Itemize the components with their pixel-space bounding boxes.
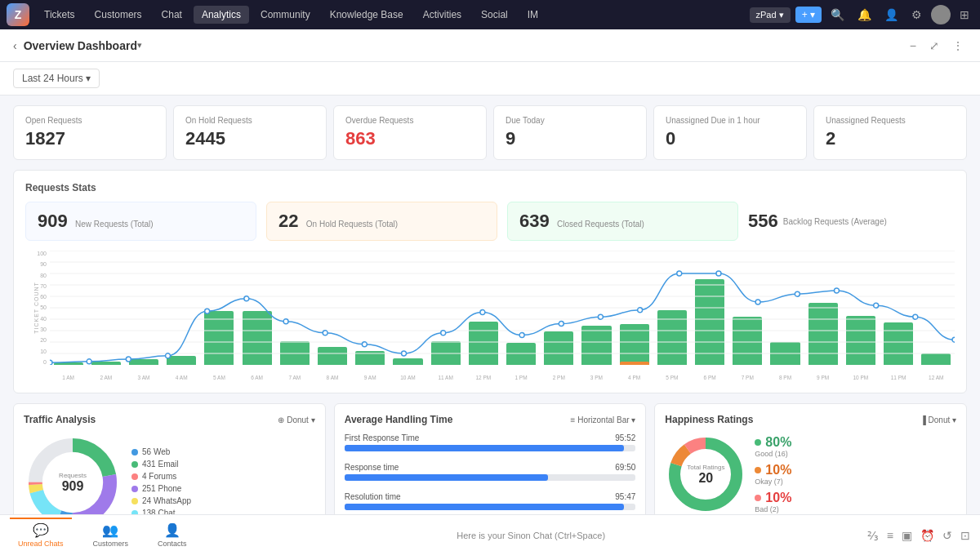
date-filter-button[interactable]: Last 24 Hours ▾ — [13, 69, 100, 88]
line-dot-7 — [323, 331, 327, 335]
nav-knowledge-base[interactable]: Knowledge Base — [322, 6, 412, 24]
nav-tickets[interactable]: Tickets — [36, 6, 83, 24]
minimize-button[interactable]: − — [906, 38, 920, 54]
status-icon-2[interactable]: ≡ — [887, 529, 893, 542]
happiness-bad: 10% Bad (2) — [755, 491, 791, 513]
nav-zpad-button[interactable]: zPad ▾ — [750, 7, 791, 23]
status-icon-6[interactable]: ⊡ — [960, 529, 970, 542]
hbar-resolution-track — [345, 504, 636, 510]
legend-item-web: 56 Web — [131, 447, 191, 456]
hbar-first-response-track — [345, 445, 636, 451]
happiness-okay-label: Okay (7) — [755, 478, 791, 486]
legend-dot-chat — [131, 510, 138, 515]
line-dot-11 — [480, 310, 485, 315]
backlog-value: 556 — [748, 211, 778, 232]
traffic-chart-control[interactable]: ⊕ Donut ▾ — [278, 415, 314, 424]
nav-chat[interactable]: Chat — [154, 6, 190, 24]
open-requests-label: Open Requests — [25, 116, 154, 125]
nav-settings-icon[interactable]: ⚙ — [907, 6, 926, 24]
status-right-icons: ⅔ ≡ ▣ ⏰ ↺ ⊡ — [867, 529, 970, 542]
nav-analytics[interactable]: Analytics — [194, 6, 249, 24]
backlog-card: 556 Backlog Requests (Average) — [748, 202, 955, 241]
contacts-icon: 👤 — [164, 522, 180, 538]
x-label-8: 9 AM — [352, 375, 389, 380]
top-navigation: Z Tickets Customers Chat Analytics Commu… — [0, 0, 980, 29]
more-button[interactable]: ⋮ — [949, 38, 967, 54]
status-icon-3[interactable]: ▣ — [902, 529, 912, 542]
x-label-4: 5 AM — [201, 375, 238, 380]
hbar-response-value: 69:50 — [615, 463, 635, 472]
line-dot-5 — [244, 296, 249, 301]
legend-dot-forums — [131, 473, 138, 480]
nav-search-icon[interactable]: 🔍 — [826, 6, 849, 24]
on-hold-total-value: 22 — [278, 211, 298, 231]
x-label-20: 9 PM — [804, 375, 841, 380]
x-label-3: 4 AM — [163, 375, 200, 380]
nav-customers[interactable]: Customers — [87, 6, 150, 24]
page-title: Overview Dashboard — [24, 39, 137, 52]
hbar-first-response: First Response Time 95:52 — [345, 433, 636, 451]
requests-chart: 100 90 80 70 60 50 40 30 20 10 0 TICKET … — [25, 251, 955, 381]
happiness-bad-pct: 10% — [765, 491, 791, 505]
expand-button[interactable]: ⤢ — [926, 38, 942, 54]
due-today-value: 9 — [506, 128, 635, 149]
avg-handling-panel: Average Handling Time ≡ Horizontal Bar ▾… — [334, 403, 647, 514]
legend-item-phone: 251 Phone — [131, 484, 191, 493]
nav-notification-icon[interactable]: 🔔 — [853, 6, 875, 24]
hbar-resolution-label: Resolution time — [345, 492, 401, 501]
nav-add-button[interactable]: + ▾ — [795, 7, 822, 23]
unread-chats-icon: 💬 — [33, 522, 49, 538]
line-dot-17 — [716, 271, 721, 276]
nav-user-icon[interactable]: 👤 — [880, 6, 902, 24]
line-dot-10 — [441, 331, 446, 335]
line-dot-19 — [795, 291, 800, 296]
happiness-bad-dot — [755, 495, 761, 501]
x-label-22: 11 PM — [880, 375, 916, 380]
line-dot-22 — [913, 314, 918, 319]
nav-social[interactable]: Social — [473, 6, 516, 24]
closed-requests-value: 639 — [519, 211, 550, 231]
x-label-6: 7 AM — [276, 375, 313, 380]
on-hold-total-label: On Hold Requests (Total) — [306, 220, 398, 229]
nav-grid-icon[interactable]: ⊞ — [956, 6, 973, 24]
hbar-resolution-fill — [345, 504, 624, 510]
status-tab-unread-chats[interactable]: 💬 Unread Chats — [10, 518, 72, 551]
legend-item-whatsapp: 24 WhatsApp — [131, 496, 191, 505]
happiness-control[interactable]: ▐ Donut ▾ — [920, 415, 956, 424]
avg-handling-control[interactable]: ≡ Horizontal Bar ▾ — [571, 415, 636, 424]
line-dot-8 — [362, 342, 367, 347]
line-dot-4 — [205, 309, 210, 313]
status-icon-4[interactable]: ⏰ — [920, 529, 934, 542]
nav-im[interactable]: IM — [519, 6, 546, 24]
unassigned-due-label: Unassigned Due in 1 hour — [666, 116, 795, 125]
nav-community[interactable]: Community — [252, 6, 318, 24]
happiness-panel: Happiness Ratings ▐ Donut ▾ Total — [654, 403, 967, 514]
line-dot-9 — [402, 351, 407, 356]
legend-dot-phone — [131, 486, 138, 492]
legend-dot-web — [131, 449, 138, 455]
x-label-0: 1 AM — [50, 375, 87, 380]
happiness-good: 80% Good (16) — [755, 435, 791, 458]
closed-requests-label: Closed Requests (Total) — [557, 220, 644, 229]
avg-handling-title: Average Handling Time — [345, 414, 453, 425]
back-button[interactable]: ‹ — [13, 39, 17, 52]
nav-activities[interactable]: Activities — [415, 6, 470, 24]
overdue-requests-card: Overdue Requests 863 — [333, 105, 487, 160]
x-label-10: 11 AM — [427, 375, 464, 380]
unassigned-due-card: Unassigned Due in 1 hour 0 — [653, 105, 807, 160]
logo[interactable]: Z — [7, 3, 29, 26]
status-tab-contacts[interactable]: 👤 Contacts — [149, 518, 195, 551]
traffic-panel-header: Traffic Analysis ⊕ Donut ▾ — [24, 414, 315, 425]
requests-summary: 909 New Requests (Total) 22 On Hold Requ… — [25, 202, 955, 241]
user-avatar[interactable] — [931, 5, 951, 24]
status-icon-5[interactable]: ↺ — [942, 529, 952, 542]
status-message: Here is your Sinon Chat (Ctrl+Space) — [208, 531, 854, 540]
line-dot-16 — [677, 271, 682, 276]
status-tab-customers[interactable]: 👥 Customers — [85, 518, 137, 551]
status-icon-1[interactable]: ⅔ — [867, 529, 879, 542]
unassigned-requests-value: 2 — [826, 128, 955, 149]
legend-dot-whatsapp — [131, 498, 138, 504]
title-dropdown[interactable]: ▾ — [137, 40, 142, 51]
traffic-donut-label: Requests 909 — [59, 472, 87, 494]
x-label-16: 5 PM — [653, 375, 690, 380]
